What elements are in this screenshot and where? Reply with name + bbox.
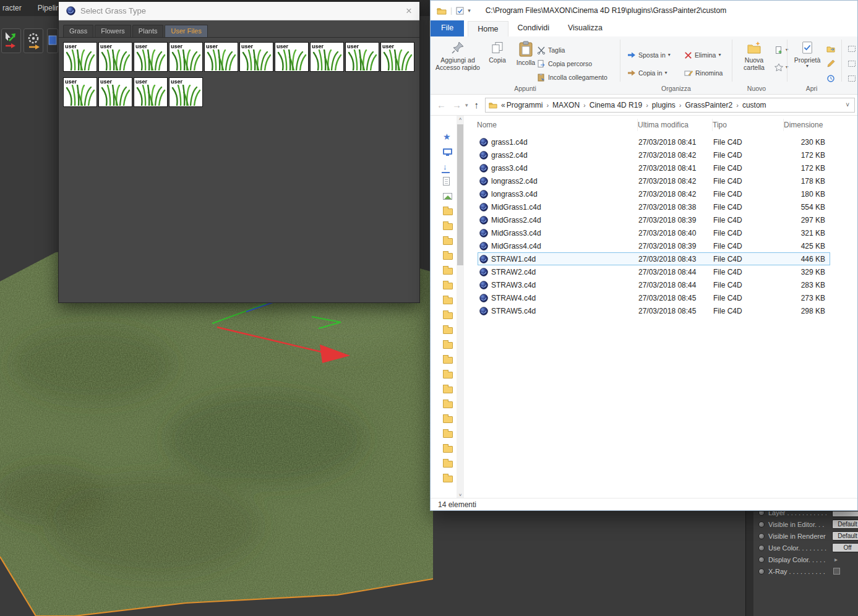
sidebar-item[interactable] (431, 278, 455, 293)
attribute-submenu-arrow[interactable]: ▸ (834, 556, 838, 563)
properties-qat-icon[interactable] (456, 7, 464, 15)
rename-button[interactable]: Rinomina (684, 67, 723, 79)
column-header[interactable]: Tipo (713, 119, 784, 131)
grass-thumbnail[interactable]: user (275, 42, 309, 72)
c4d-modeling-tool-icon[interactable] (24, 28, 43, 53)
file-row[interactable]: grass2.c4d 27/03/2018 08:42 File C4D 172… (478, 148, 830, 161)
attribute-checkbox[interactable] (833, 568, 840, 575)
file-row[interactable]: grass3.c4d 27/03/2018 08:41 File C4D 172… (478, 161, 830, 174)
grass-thumbnail[interactable]: user (169, 42, 203, 72)
cut-button[interactable]: Taglia (537, 44, 565, 56)
file-row[interactable]: STRAW1.c4d 27/03/2018 08:43 File C4D 446… (478, 252, 830, 265)
invert-selection-button[interactable] (847, 72, 856, 85)
sidebar-item[interactable] (431, 174, 455, 189)
grass-thumbnail[interactable]: user (204, 42, 238, 72)
select-none-button[interactable] (847, 58, 856, 70)
pin-to-quick-access-button[interactable]: Aggiungi ad Accesso rapido (433, 38, 483, 83)
sidebar-item[interactable] (431, 426, 455, 441)
sidebar-item[interactable] (431, 352, 455, 367)
attribute-toggle-icon[interactable] (758, 568, 765, 575)
grass-thumbnail[interactable]: user (98, 77, 132, 107)
scrollbar-thumb[interactable] (457, 124, 463, 265)
sidebar-item[interactable] (431, 248, 455, 263)
file-row[interactable]: longrass3.c4d 27/03/2018 08:42 File C4D … (478, 187, 830, 200)
breadcrumb-item[interactable]: custom (742, 101, 766, 109)
qat-customize-icon[interactable]: ▾ (468, 7, 471, 14)
properties-button[interactable]: Proprietà ▾ (792, 38, 823, 83)
grass-thumbnail[interactable]: user (345, 42, 379, 72)
breadcrumb-item[interactable]: GrassPainter2 (685, 101, 733, 109)
dialog-tab[interactable]: Grass (63, 25, 93, 37)
easy-access-button[interactable]: ▾ (774, 61, 788, 74)
attribute-toggle-icon[interactable] (758, 521, 765, 528)
file-row[interactable]: MidGrass3.c4d 27/03/2018 08:40 File C4D … (478, 226, 830, 239)
sidebar-item[interactable] (431, 233, 455, 248)
explorer-titlebar[interactable]: | ▾ C:\Program Files\MAXON\Cinema 4D R19… (431, 1, 857, 20)
grass-thumbnail[interactable]: user (134, 42, 168, 72)
grass-thumbnail[interactable]: user (63, 42, 97, 72)
attribute-value-button[interactable]: Default (832, 520, 858, 529)
recent-locations-icon[interactable]: ▾ (465, 102, 468, 108)
up-icon[interactable]: ↑ (474, 100, 479, 110)
c4d-cube-tool-icon[interactable] (47, 28, 58, 53)
sidebar-item[interactable] (431, 322, 455, 337)
ribbon-tab[interactable]: File (431, 20, 464, 36)
c4d-transform-tool-icon[interactable] (1, 28, 21, 53)
grass-thumbnail[interactable]: user (63, 77, 97, 107)
attribute-value-button[interactable] (832, 511, 858, 517)
delete-button[interactable]: Elimina ▾ (684, 49, 721, 61)
breadcrumb-item[interactable]: MAXON (552, 101, 580, 109)
column-header[interactable]: Dimensione (784, 119, 830, 131)
file-row[interactable]: MidGrass4.c4d 27/03/2018 08:39 File C4D … (478, 239, 830, 252)
sidebar-item[interactable] (431, 471, 455, 486)
sidebar-item[interactable] (431, 441, 455, 456)
copy-path-button[interactable]: Copia percorso (537, 58, 592, 70)
move-to-button[interactable]: Sposta in ▾ (627, 49, 671, 61)
sidebar-item[interactable] (431, 411, 455, 426)
address-bar[interactable]: « › Programmi › MAXON › Cinema 4D R19 › … (485, 98, 855, 113)
ribbon-tab[interactable]: Home (468, 21, 508, 37)
copy-button[interactable]: Copia (484, 38, 511, 83)
dialog-tab[interactable]: Flowers (95, 25, 131, 37)
sidebar-item[interactable] (431, 337, 455, 352)
breadcrumb-item[interactable]: plugins (652, 101, 676, 109)
attribute-value-button[interactable]: Default (832, 531, 858, 541)
file-row[interactable]: grass1.c4d 27/03/2018 08:41 File C4D 230… (478, 135, 830, 148)
sidebar-item[interactable] (431, 129, 455, 144)
file-row[interactable]: MidGrass1.c4d 27/03/2018 08:38 File C4D … (478, 200, 830, 213)
forward-icon[interactable]: → (452, 100, 461, 110)
breadcrumb-item[interactable]: Cinema 4D R19 (590, 101, 642, 109)
copy-to-button[interactable]: Copia in ▾ (627, 67, 667, 79)
ribbon-tab[interactable]: Visualizza (559, 20, 612, 36)
file-row[interactable]: STRAW4.c4d 27/03/2018 08:45 File C4D 273… (478, 291, 830, 304)
grass-thumbnail[interactable]: user (380, 42, 414, 72)
grass-thumbnail[interactable]: user (169, 77, 203, 107)
open-button[interactable] (826, 43, 835, 55)
select-all-button[interactable] (847, 43, 856, 55)
back-icon[interactable]: ← (437, 100, 446, 110)
column-header[interactable]: Nome (477, 119, 638, 131)
attribute-toggle-icon[interactable] (758, 511, 765, 516)
breadcrumb-overflow[interactable]: « (501, 101, 505, 109)
grass-thumbnail[interactable]: user (310, 42, 344, 72)
sidebar-item[interactable] (431, 203, 455, 218)
breadcrumb-item[interactable]: Programmi (507, 101, 543, 109)
c4d-menu-item[interactable]: racter (2, 4, 22, 12)
file-row[interactable]: longrass2.c4d 27/03/2018 08:42 File C4D … (478, 174, 830, 187)
sidebar-scrollbar[interactable]: ˄ ˅ (457, 116, 464, 498)
sidebar-item[interactable] (431, 293, 455, 307)
paste-button[interactable]: Incolla (512, 38, 539, 83)
grass-thumbnail[interactable]: user (239, 42, 273, 72)
sidebar-item[interactable] (431, 263, 455, 278)
history-icon-button[interactable] (826, 72, 835, 85)
close-icon[interactable]: × (406, 6, 412, 16)
sidebar-item[interactable] (431, 456, 455, 471)
paste-shortcut-button[interactable]: Incolla collegamento (537, 71, 607, 83)
file-row[interactable]: STRAW2.c4d 27/03/2018 08:44 File C4D 329… (478, 265, 830, 278)
dialog-tab[interactable]: Plants (132, 25, 164, 37)
grass-thumbnail[interactable]: user (134, 77, 168, 107)
address-dropdown-icon[interactable]: ˅ (846, 101, 854, 108)
sidebar-item[interactable] (431, 367, 455, 382)
sidebar-item[interactable] (431, 396, 455, 411)
grass-thumbnail[interactable]: user (98, 42, 132, 72)
